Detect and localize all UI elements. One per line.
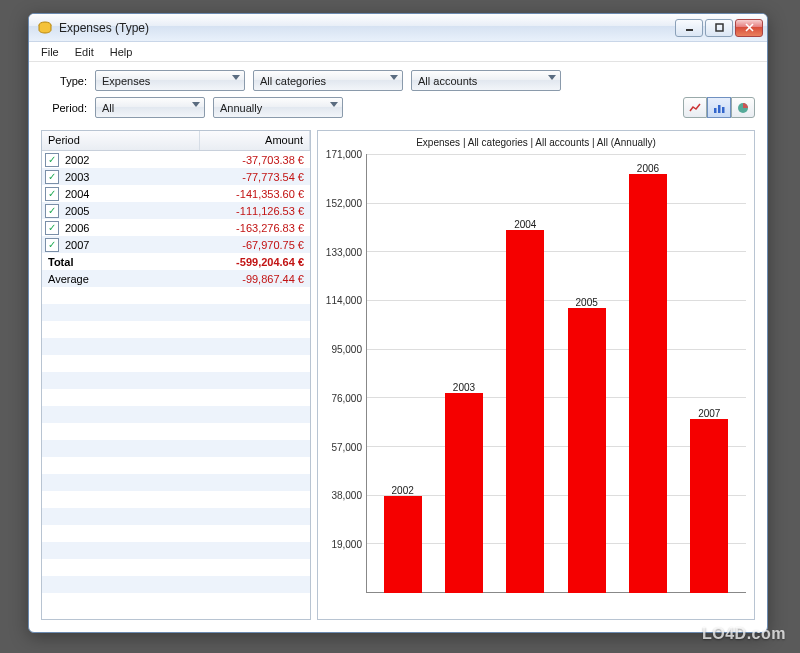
svg-rect-2 [716,24,723,31]
svg-rect-6 [718,105,721,113]
maximize-button[interactable] [705,19,733,37]
bar-label: 2005 [576,297,598,308]
line-chart-button[interactable] [683,97,707,118]
type-label: Type: [41,75,87,87]
period-cell: 2003 [63,171,200,183]
y-tick-label: 171,000 [326,149,362,160]
chart-view-toggle [683,97,755,118]
menu-edit[interactable]: Edit [69,44,100,60]
y-tick-label: 114,000 [326,295,362,306]
filter-bar: Type: Expenses All categories All accoun… [29,62,767,130]
empty-row [42,508,310,525]
bar[interactable]: 2005 [567,308,607,593]
minimize-button[interactable] [675,19,703,37]
column-header-period[interactable]: Period [42,131,200,150]
period-cell: 2002 [63,154,200,166]
y-tick-label: 19,000 [331,539,362,550]
pie-chart-button[interactable] [731,97,755,118]
type-select[interactable]: Expenses [95,70,245,91]
empty-row [42,389,310,406]
y-tick-label: 152,000 [326,197,362,208]
menu-help[interactable]: Help [104,44,139,60]
table-row[interactable]: ✓2005-111,126.53 € [42,202,310,219]
checkbox-icon[interactable]: ✓ [45,187,59,201]
category-select[interactable]: All categories [253,70,403,91]
account-select[interactable]: All accounts [411,70,561,91]
period-cell: 2005 [63,205,200,217]
bar[interactable]: 2006 [628,174,668,593]
period-select[interactable]: All [95,97,205,118]
interval-select[interactable]: Annually [213,97,343,118]
chevron-down-icon [232,75,240,80]
bar[interactable]: 2007 [689,419,729,593]
chevron-down-icon [192,102,200,107]
y-tick-label: 57,000 [331,441,362,452]
checkbox-icon[interactable]: ✓ [45,170,59,184]
chevron-down-icon [330,102,338,107]
empty-row [42,304,310,321]
table-row[interactable]: ✓2004-141,353.60 € [42,185,310,202]
bar[interactable]: 2004 [505,230,545,593]
bar-label: 2006 [637,163,659,174]
bar-label: 2004 [514,219,536,230]
empty-row [42,542,310,559]
y-tick-label: 95,000 [331,344,362,355]
svg-rect-5 [714,108,717,113]
amount-cell: -111,126.53 € [200,205,310,217]
checkbox-icon[interactable]: ✓ [45,204,59,218]
chart-panel: Expenses | All categories | All accounts… [317,130,755,620]
y-tick-label: 133,000 [326,246,362,257]
amount-cell: -77,773.54 € [200,171,310,183]
bar[interactable]: 2003 [444,393,484,593]
checkbox-icon[interactable]: ✓ [45,238,59,252]
amount-cell: -141,353.60 € [200,188,310,200]
empty-row [42,474,310,491]
column-header-amount[interactable]: Amount [200,131,310,150]
menubar: File Edit Help [29,42,767,62]
svg-rect-7 [722,107,725,113]
table-row[interactable]: ✓2007-67,970.75 € [42,236,310,253]
amount-cell: -163,276.83 € [200,222,310,234]
total-row: Total-599,204.64 € [42,253,310,270]
empty-row [42,287,310,304]
table-row[interactable]: ✓2006-163,276.83 € [42,219,310,236]
bar-label: 2007 [698,408,720,419]
close-button[interactable] [735,19,763,37]
app-window: Expenses (Type) File Edit Help Type: Exp… [28,13,768,633]
empty-row [42,406,310,423]
table-row[interactable]: ✓2003-77,773.54 € [42,168,310,185]
bar-chart-button[interactable] [707,97,731,118]
empty-row [42,321,310,338]
data-table: Period Amount ✓2002-37,703.38 €✓2003-77,… [41,130,311,620]
period-cell: 2007 [63,239,200,251]
y-tick-label: 76,000 [331,392,362,403]
empty-row [42,457,310,474]
bar[interactable]: 2002 [383,496,423,593]
y-tick-label: 38,000 [331,490,362,501]
checkbox-icon[interactable]: ✓ [45,221,59,235]
empty-row [42,576,310,593]
window-title: Expenses (Type) [59,21,675,35]
empty-row [42,338,310,355]
average-row: Average-99,867.44 € [42,270,310,287]
bar-label: 2002 [392,485,414,496]
checkbox-icon[interactable]: ✓ [45,153,59,167]
period-cell: 2006 [63,222,200,234]
watermark: LO4D.com [702,625,786,643]
chevron-down-icon [390,75,398,80]
empty-row [42,491,310,508]
menu-file[interactable]: File [35,44,65,60]
amount-cell: -67,970.75 € [200,239,310,251]
period-cell: 2004 [63,188,200,200]
app-icon [37,20,53,36]
bar-label: 2003 [453,382,475,393]
period-label: Period: [41,102,87,114]
content-area: Period Amount ✓2002-37,703.38 €✓2003-77,… [29,130,767,632]
titlebar[interactable]: Expenses (Type) [29,14,767,42]
table-row[interactable]: ✓2002-37,703.38 € [42,151,310,168]
empty-row [42,525,310,542]
chart-area: 19,00038,00057,00076,00095,000114,000133… [326,154,746,611]
empty-row [42,440,310,457]
chevron-down-icon [548,75,556,80]
empty-row [42,559,310,576]
